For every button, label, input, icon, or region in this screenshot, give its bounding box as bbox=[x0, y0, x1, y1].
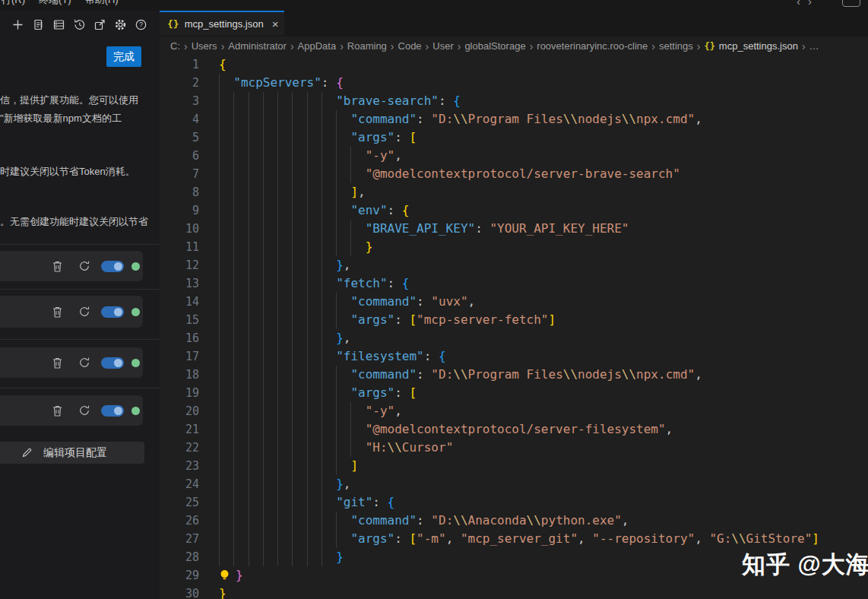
notepad-icon[interactable] bbox=[32, 18, 45, 31]
code-line-content: "-y", bbox=[219, 147, 402, 165]
code-editor[interactable]: 1{2"mcpServers": {3"brave-search": {4"co… bbox=[160, 55, 868, 599]
add-icon[interactable] bbox=[11, 18, 24, 31]
indent-guides bbox=[219, 256, 336, 274]
code-line[interactable]: 8], bbox=[160, 183, 868, 201]
code-line[interactable]: 4"command": "D:\\Program Files\\nodejs\\… bbox=[160, 110, 868, 128]
svg-text:?: ? bbox=[139, 21, 143, 28]
mcp-server-row[interactable] bbox=[0, 347, 143, 378]
close-icon[interactable]: × bbox=[272, 18, 279, 30]
trash-icon[interactable] bbox=[52, 306, 63, 319]
code-line[interactable]: 19"args": [ bbox=[160, 384, 868, 402]
breadcrumb-item[interactable]: Code bbox=[398, 40, 422, 52]
code-line[interactable]: 27"args": ["-m", "mcp_server_git", "--re… bbox=[160, 530, 868, 548]
mcp-server-row[interactable] bbox=[0, 395, 143, 426]
code-line[interactable]: 30} bbox=[160, 585, 868, 599]
divider bbox=[0, 339, 160, 340]
breadcrumb-item[interactable]: … bbox=[809, 40, 819, 52]
code-line[interactable]: 6"-y", bbox=[160, 147, 868, 165]
code-line[interactable]: 23] bbox=[160, 457, 868, 475]
toggle-switch[interactable] bbox=[101, 306, 124, 318]
breadcrumb-item[interactable]: Administrator bbox=[228, 40, 287, 52]
layout-icon[interactable] bbox=[842, 0, 860, 7]
menu-item[interactable]: 终端(T) bbox=[39, 0, 71, 7]
code-line-content: } bbox=[219, 566, 243, 585]
history-icon[interactable] bbox=[73, 18, 86, 31]
indent-guides bbox=[219, 220, 366, 238]
indent-guides bbox=[219, 420, 366, 439]
code-line[interactable]: 12}, bbox=[160, 256, 868, 274]
code-line[interactable]: 13"fetch": { bbox=[160, 274, 868, 293]
refresh-icon[interactable] bbox=[78, 260, 90, 272]
menu-item[interactable]: 行(R) bbox=[2, 0, 25, 7]
code-line[interactable]: 9"env": { bbox=[160, 201, 868, 220]
code-line-content: "brave-search": { bbox=[219, 92, 461, 110]
code-line-content: "git": { bbox=[219, 493, 394, 512]
toggle-switch[interactable] bbox=[101, 357, 124, 369]
toggle-switch[interactable] bbox=[101, 405, 124, 417]
tab-mcp-settings[interactable]: {} mcp_settings.json × bbox=[160, 11, 284, 35]
indent-guides bbox=[219, 366, 350, 384]
gear-icon[interactable] bbox=[114, 18, 127, 31]
line-number: 20 bbox=[160, 402, 199, 420]
mcp-server-row[interactable] bbox=[0, 296, 143, 328]
help-icon[interactable]: ? bbox=[135, 18, 147, 31]
menu-item[interactable]: 帮助(H) bbox=[85, 0, 119, 7]
indent-guides bbox=[219, 493, 336, 512]
breadcrumb-separator: › bbox=[391, 40, 394, 52]
edit-project-config-button[interactable]: 编辑项目配置 bbox=[0, 442, 144, 464]
code-line[interactable]: 14"command": "uvx", bbox=[160, 293, 868, 311]
code-line-content: "command": "D:\\Anaconda\\python.exe", bbox=[219, 512, 629, 530]
code-line[interactable]: 24}, bbox=[160, 475, 868, 493]
code-line[interactable]: 25"git": { bbox=[160, 493, 868, 512]
history-nav-icons[interactable]: ‹› bbox=[797, 0, 819, 8]
refresh-icon[interactable] bbox=[78, 357, 90, 369]
code-line[interactable]: 3"brave-search": { bbox=[160, 92, 868, 110]
trash-icon[interactable] bbox=[52, 404, 63, 417]
menu-items: 行(R)终端(T)帮助(H) bbox=[2, 0, 119, 7]
code-line[interactable]: 7"@modelcontextprotocol/server-brave-sea… bbox=[160, 165, 868, 183]
line-number: 30 bbox=[160, 585, 199, 599]
toggle-switch[interactable] bbox=[101, 261, 124, 272]
code-line[interactable]: 21"@modelcontextprotocol/server-filesyst… bbox=[160, 420, 868, 439]
code-line[interactable]: 16}, bbox=[160, 329, 868, 347]
trash-icon[interactable] bbox=[52, 260, 63, 273]
refresh-icon[interactable] bbox=[78, 306, 90, 318]
code-line[interactable]: 20"-y", bbox=[160, 402, 868, 420]
breadcrumb-item[interactable]: mcp_settings.json bbox=[719, 40, 798, 52]
done-button[interactable]: 完成 bbox=[106, 46, 141, 67]
code-line[interactable]: 22"H:\\Cursor" bbox=[160, 439, 868, 457]
server-list-icon[interactable] bbox=[52, 18, 65, 31]
code-line[interactable]: 15"args": ["mcp-server-fetch"] bbox=[160, 311, 868, 329]
code-line[interactable]: 11} bbox=[160, 238, 868, 256]
indent-guides bbox=[219, 457, 350, 475]
panel-toolbar: ? bbox=[11, 18, 147, 31]
pencil-icon bbox=[21, 447, 33, 458]
code-line[interactable]: 5"args": [ bbox=[160, 128, 868, 147]
line-number: 21 bbox=[160, 420, 199, 439]
breadcrumb-separator: › bbox=[426, 40, 429, 52]
trash-icon[interactable] bbox=[52, 357, 63, 369]
breadcrumb-item[interactable]: Roaming bbox=[347, 40, 387, 52]
indent-guides bbox=[219, 201, 350, 220]
breadcrumb-item[interactable]: rooveterinaryinc.roo-cline bbox=[537, 40, 648, 52]
code-line[interactable]: 2"mcpServers": { bbox=[160, 74, 868, 92]
breadcrumb-item[interactable]: settings bbox=[659, 40, 693, 52]
code-line[interactable]: 26"command": "D:\\Anaconda\\python.exe", bbox=[160, 512, 868, 530]
breadcrumb-item[interactable]: User bbox=[432, 40, 453, 52]
code-line[interactable]: 1{ bbox=[160, 55, 868, 74]
status-dot bbox=[131, 359, 140, 367]
refresh-icon[interactable] bbox=[78, 404, 90, 417]
code-lines: 1{2"mcpServers": {3"brave-search": {4"co… bbox=[160, 55, 868, 599]
divider bbox=[0, 244, 160, 245]
code-line[interactable]: 18"command": "D:\\Program Files\\nodejs\… bbox=[160, 366, 868, 384]
lightbulb-icon[interactable] bbox=[220, 569, 230, 581]
breadcrumb-item[interactable]: globalStorage bbox=[464, 40, 525, 52]
code-line-content: }, bbox=[219, 256, 350, 274]
code-line[interactable]: 17"filesystem": { bbox=[160, 347, 868, 366]
breadcrumb-item[interactable]: C: bbox=[170, 40, 180, 52]
open-external-icon[interactable] bbox=[93, 18, 106, 31]
code-line[interactable]: 10"BRAVE_API_KEY": "YOUR_API_KEY_HERE" bbox=[160, 220, 868, 238]
breadcrumb-item[interactable]: Users bbox=[192, 40, 217, 52]
breadcrumb-item[interactable]: AppData bbox=[298, 40, 337, 52]
mcp-server-row[interactable] bbox=[0, 251, 143, 281]
